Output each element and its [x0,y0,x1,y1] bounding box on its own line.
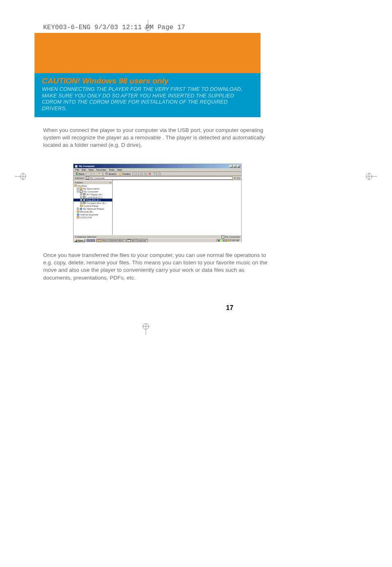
views-icon[interactable] [158,172,161,175]
menu-favorites[interactable]: Favorites [96,169,106,171]
tree-row[interactable]: Internet Explorer [74,213,112,216]
menu-file[interactable]: File [75,169,79,171]
status-text-right: My Computer [221,236,240,238]
copy-to-icon[interactable] [144,172,147,175]
delete-icon[interactable] [148,172,151,175]
address-bar: Address My Computer Go [74,176,241,180]
page-number: 17 [226,304,233,312]
quicklaunch-icon[interactable] [87,239,89,242]
removable-drive-icon [83,199,85,201]
quick-launch [86,239,96,242]
paragraph-1: When you connect the player to your comp… [43,127,273,149]
go-icon [234,177,236,179]
maximize-button[interactable]: □ [233,165,236,168]
menu-edit[interactable]: Edit [82,169,86,171]
caution-body: WHEN CONNECTING THE PLAYER FOR THE VERY … [42,86,253,112]
taskbar-item[interactable]: Inbox-Outlook-Inbox [97,239,125,242]
taskbar-item[interactable]: My Computer [126,239,148,242]
search-button[interactable]: Search [104,172,117,176]
tree-row[interactable]: Control Panel [74,204,112,207]
folders-button[interactable]: Folders [118,172,131,176]
close-button[interactable]: × [237,165,240,168]
window-titlebar: My Computer _ □ × [74,164,241,168]
computer-icon [86,176,89,179]
tree-row[interactable]: OUTLOOK [74,216,112,219]
expand-icon[interactable]: + [77,187,79,190]
folder-icon [80,187,82,190]
system-tray: 5:46 AM [217,239,240,242]
control-panel-icon [80,205,83,207]
quicklaunch-icon[interactable] [92,239,95,242]
expand-icon[interactable]: + [80,199,82,201]
tree-row[interactable]: +My Documents [74,187,112,190]
clock: 5:46 AM [230,239,239,242]
history-icon[interactable] [134,172,137,175]
tree-row[interactable]: +Local Disk (C:) [74,196,112,199]
crop-mark-right [365,170,377,183]
tree-row[interactable]: +3½ Floppy (A:) [74,193,112,196]
forward-arrow-icon [90,172,92,175]
tree-row[interactable]: +My Network Places [74,207,112,210]
status-text-left: 4 object(s) selected [75,236,96,238]
crop-mark-top [142,20,154,32]
expand-icon[interactable]: + [80,193,82,195]
status-bar: 4 object(s) selected My Computer [74,235,241,238]
cd-icon [83,202,85,204]
svg-rect-12 [120,173,122,175]
paragraph-2: Once you have transferred the files to y… [43,252,273,282]
expand-icon[interactable]: + [80,196,82,198]
quicklaunch-icon[interactable] [90,239,92,242]
up-button[interactable] [97,172,101,176]
tree-header: Folders × [74,181,112,184]
main-content-panel [113,180,241,235]
tree-row-selected[interactable]: +PHILIPS (D:) [74,199,112,201]
windows-logo-icon [75,240,77,242]
svg-rect-14 [141,173,143,175]
caution-title: CAUTION! Windows 98 users only [42,76,253,86]
tree-row[interactable]: +Compact Disc (E:) [74,201,112,204]
tree-row[interactable]: −My Computer [74,190,112,193]
crop-info-text: KEY003-6-ENG 9/3/03 12:11 PM Page 17 [43,24,185,31]
start-button[interactable]: Start [74,239,85,242]
back-button[interactable]: Back [75,172,88,176]
window-title: My Computer [79,165,95,167]
folders-icon [119,172,122,175]
forward-button[interactable] [89,172,96,176]
svg-marker-19 [234,177,236,179]
desktop-icon [74,185,77,187]
orange-banner [35,33,261,77]
tree-row[interactable]: Recycle Bin [74,210,112,213]
minimize-button[interactable]: _ [229,165,233,168]
address-label: Address [75,177,84,179]
svg-rect-8 [98,174,100,175]
tray-icon[interactable] [228,240,230,242]
go-button[interactable]: Go [234,177,240,179]
up-folder-icon [98,172,101,175]
tray-icon[interactable] [220,240,222,242]
menu-help[interactable]: Help [117,169,122,171]
caution-panel: CAUTION! Windows 98 users only WHEN CONN… [35,73,261,117]
menu-tools[interactable]: Tools [109,169,115,171]
folder-icon [77,216,79,218]
close-tree-icon[interactable]: × [109,181,111,184]
back-arrow-icon [76,172,78,175]
computer-icon [221,236,224,238]
tray-icon[interactable] [218,240,220,242]
collapse-icon[interactable]: − [77,190,79,192]
expand-icon[interactable]: + [77,208,79,210]
move-to-icon[interactable] [140,172,143,175]
tray-icon[interactable] [223,240,225,242]
menu-view[interactable]: View [88,169,94,171]
toolbar: Back Search Folders [74,172,241,176]
svg-rect-15 [145,173,147,175]
svg-point-13 [135,173,137,175]
window-icon [75,165,78,168]
address-input[interactable]: My Computer [85,176,233,180]
undo-icon[interactable] [152,172,155,175]
svg-line-11 [107,174,108,175]
folder-tree-panel: Folders × Desktop +My Documents −My Comp… [74,180,113,235]
expand-icon[interactable]: + [80,202,82,204]
tree-row[interactable]: Desktop [74,184,112,187]
svg-point-10 [106,173,107,174]
tray-icon[interactable] [225,240,227,242]
